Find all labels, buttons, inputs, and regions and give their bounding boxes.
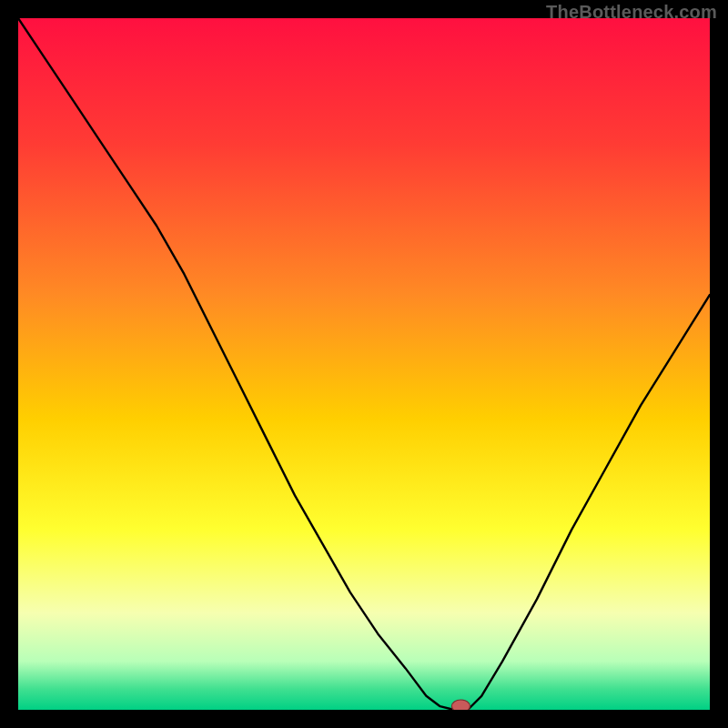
gradient-background <box>18 18 710 710</box>
svg-point-0 <box>451 700 470 710</box>
optimum-marker <box>451 700 470 710</box>
bottleneck-chart <box>18 18 710 710</box>
